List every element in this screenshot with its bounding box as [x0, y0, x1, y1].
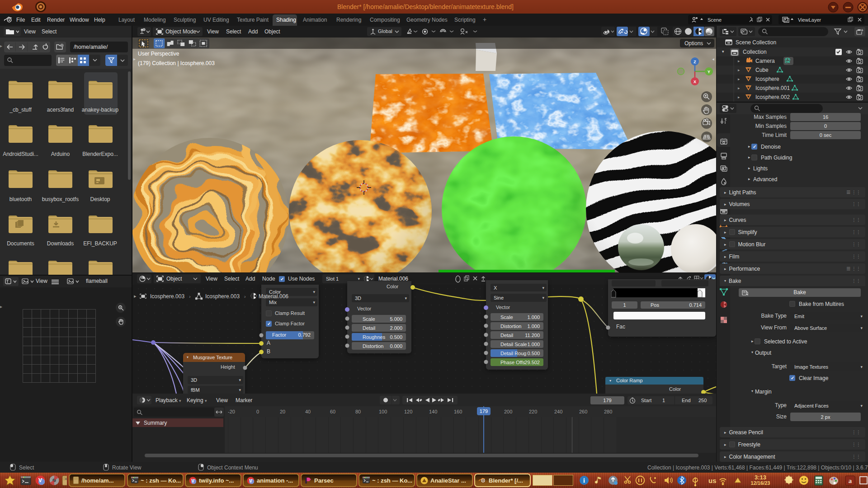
svg-text:▾: ▾	[722, 49, 724, 54]
svg-text:Icosphere.001: Icosphere.001	[755, 85, 790, 91]
svg-text:Cube: Cube	[755, 67, 769, 73]
svg-text:▸: ▸	[134, 293, 137, 299]
svg-text:X: X	[693, 80, 696, 84]
svg-text:Icosphere: Icosphere	[755, 76, 779, 82]
svg-text:Options: Options	[684, 40, 703, 47]
svg-text:Y: Y	[708, 70, 710, 74]
svg-text:User Perspective: User Perspective	[138, 51, 179, 57]
svg-text:V: V	[191, 478, 194, 483]
svg-text:Icosphere.003: Icosphere.003	[205, 293, 240, 300]
svg-text:Collection: Collection	[743, 49, 767, 55]
svg-text:Icosphere.003: Icosphere.003	[150, 293, 184, 300]
svg-text:V: V	[249, 478, 252, 483]
svg-text:◂: ◂	[712, 56, 714, 61]
svg-text:▸: ▸	[738, 86, 740, 90]
svg-text:›: ›	[189, 294, 191, 299]
svg-text:▸: ▸	[738, 77, 740, 81]
svg-text:▸: ▸	[738, 68, 740, 72]
svg-text:V: V	[38, 477, 42, 483]
svg-text:›: ›	[244, 294, 246, 299]
svg-text:Camera: Camera	[755, 58, 775, 64]
svg-text:Scene Collection: Scene Collection	[736, 39, 776, 46]
svg-text:a: a	[849, 477, 852, 484]
svg-text:▸: ▸	[133, 56, 136, 61]
svg-text:us: us	[708, 477, 717, 484]
svg-text:Z: Z	[693, 60, 696, 64]
svg-text:▸: ▸	[738, 59, 740, 63]
svg-text:(179) Collection | Icosphere.0: (179) Collection | Icosphere.003	[138, 60, 215, 66]
svg-text:Icosphere.002: Icosphere.002	[755, 94, 790, 100]
svg-text:i: i	[583, 477, 585, 484]
svg-text:Material.006: Material.006	[259, 293, 288, 300]
svg-text:▸: ▸	[738, 95, 740, 99]
